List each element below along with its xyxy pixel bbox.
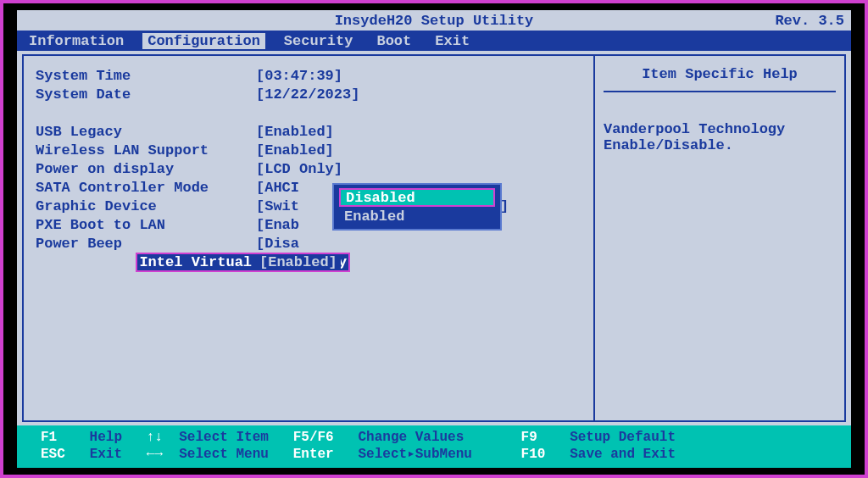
setting-row[interactable]: Power on display [LCD Only] [36, 159, 587, 178]
setting-row[interactable]: SATA Controller Mode [AHCI [36, 178, 587, 197]
hint-select-item: Select Item [179, 430, 269, 445]
setting-value[interactable]: [LCD Only] [256, 161, 342, 177]
key-f10: F10 [521, 447, 546, 462]
setting-row[interactable]: Graphic Device [Swit ] [36, 197, 587, 215]
setting-label: Wireless LAN Support [36, 142, 256, 158]
setting-value[interactable]: [AHCI [256, 180, 299, 196]
setting-value[interactable]: [Enabled] [256, 142, 334, 158]
help-body-line: Vanderpool Technology [604, 121, 836, 137]
setting-value[interactable]: [03:47:39] [256, 68, 342, 84]
menu-exit[interactable]: Exit [430, 33, 475, 49]
hint-setup-default: Setup Default [570, 430, 676, 445]
help-separator [604, 91, 836, 92]
setting-label: PXE Boot to LAN [36, 217, 256, 233]
key-f5f6: F5/F6 [293, 430, 334, 445]
menu-boot[interactable]: Boot [371, 33, 416, 49]
menu-information[interactable]: Information [24, 33, 129, 49]
help-body-line: Enable/Disable. [604, 137, 836, 153]
work-area: System Time [03:47:39] System Date [12/2… [22, 54, 846, 422]
bios-window: InsydeH20 Setup Utility Rev. 3.5 Informa… [17, 10, 851, 468]
setting-value[interactable]: [Enab [256, 217, 299, 233]
bios-revision: Rev. 3.5 [775, 13, 844, 29]
setting-label: Graphic Device [36, 198, 256, 214]
popup-option-enabled[interactable]: Enabled [339, 207, 495, 225]
hint-save-exit: Save and Exit [570, 447, 676, 462]
hint-select-submenu: Select▸SubMenu [359, 447, 472, 462]
hint-change-values: Change Values [359, 430, 465, 445]
key-f1: F1 [41, 430, 57, 445]
help-pane: Item Specific Help Vanderpool Technology… [593, 56, 844, 420]
hint-select-menu: Select Menu [179, 447, 269, 462]
key-f9: F9 [521, 430, 537, 445]
popup-option-disabled[interactable]: Disabled [339, 188, 495, 207]
setting-row[interactable]: PXE Boot to LAN [Enab [36, 215, 587, 234]
setting-row[interactable]: Wireless LAN Support [Enabled] [36, 141, 587, 159]
footer-keyhints: F1 Help ↑↓ Select Item F5/F6 Change Valu… [17, 425, 851, 468]
hint-exit: Exit [90, 447, 122, 462]
setting-label: USB Legacy [36, 124, 256, 140]
bios-title: InsydeH20 Setup Utility [335, 13, 534, 29]
setting-value[interactable]: [Enabled] [256, 124, 334, 140]
setting-label: SATA Controller Mode [36, 180, 256, 196]
menu-security[interactable]: Security [279, 33, 359, 49]
help-title: Item Specific Help [604, 61, 836, 91]
menu-configuration[interactable]: Configuration [142, 33, 265, 49]
setting-label: System Date [36, 86, 256, 103]
setting-label: Power on display [36, 161, 256, 177]
key-esc: ESC [41, 447, 65, 462]
setting-row[interactable]: System Time [03:47:39] [36, 66, 587, 85]
setting-value[interactable]: [12/22/2023] [256, 86, 359, 103]
key-enter: Enter [293, 447, 334, 462]
setting-row-selected[interactable]: Intel Virtual Technology [Enabled] [36, 253, 587, 271]
hint-help: Help [90, 430, 122, 445]
value-popup[interactable]: Disabled Enabled [332, 183, 502, 231]
titlebar: InsydeH20 Setup Utility Rev. 3.5 [17, 10, 851, 31]
setting-value-selected[interactable]: [Enabled] [256, 254, 341, 270]
key-arrows-leftright-icon: ←→ [147, 447, 163, 462]
settings-pane: System Time [03:47:39] System Date [12/2… [24, 56, 593, 420]
setting-label: System Time [36, 68, 256, 84]
menubar[interactable]: Information Configuration Security Boot … [17, 31, 851, 51]
setting-value[interactable]: [Swit [256, 198, 299, 214]
setting-value[interactable]: [Disa [256, 236, 299, 252]
key-arrows-updown-icon: ↑↓ [147, 430, 163, 445]
setting-row[interactable]: USB Legacy [Enabled] [36, 122, 587, 141]
setting-row[interactable]: System Date [12/22/2023] [36, 85, 587, 103]
